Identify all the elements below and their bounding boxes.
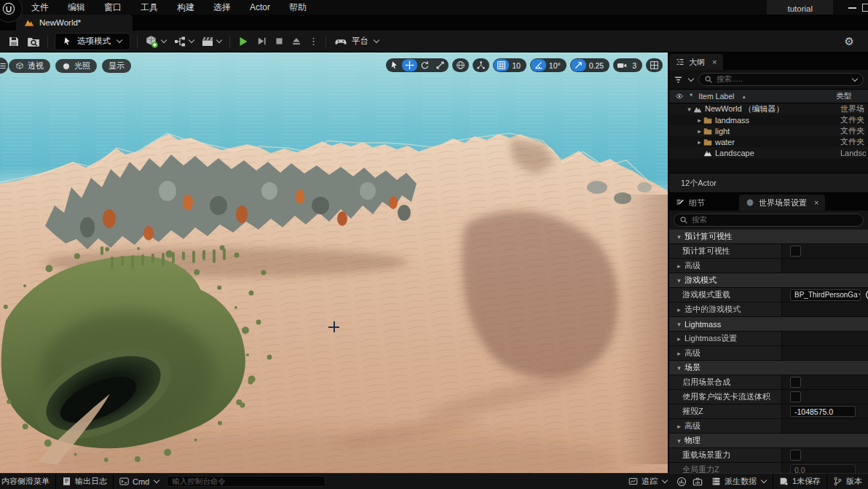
toolbar-settings-button[interactable]: ⚙ (841, 32, 858, 51)
group-toggle[interactable]: ▸高级 (669, 419, 782, 433)
select-tool-button[interactable] (387, 59, 402, 71)
play-button[interactable] (234, 32, 253, 51)
tree-arrow-icon[interactable]: ▾ (685, 106, 693, 113)
close-icon[interactable]: × (814, 198, 818, 207)
category-arrow-icon[interactable]: ▾ (675, 233, 683, 240)
menu-item-6[interactable]: Actor (240, 2, 280, 12)
cmd-selector[interactable]: Cmd (114, 474, 165, 489)
details-row-3[interactable]: ▾游戏模式 (669, 273, 868, 288)
trace-button[interactable]: 追踪 (623, 474, 674, 489)
browse-asset-icon[interactable] (865, 289, 868, 300)
outliner-search-input[interactable]: 搜索..... (698, 73, 864, 86)
outliner-row-1[interactable]: ▸landmass文件夹 (669, 114, 868, 125)
filter-icon[interactable] (674, 75, 683, 85)
grid-snap-toggle[interactable] (494, 59, 509, 71)
checkbox[interactable] (790, 391, 801, 402)
group-arrow-icon[interactable]: ▸ (675, 262, 683, 270)
outliner-row-3[interactable]: ▸water文件夹 (669, 136, 868, 147)
blueprints-button[interactable] (170, 32, 198, 51)
grid-snap-value[interactable]: 10 (509, 61, 526, 70)
output-log-button[interactable]: 输出日志 (56, 474, 113, 489)
platforms-button[interactable]: 平台 (330, 35, 384, 48)
console-command-input[interactable]: 输入控制台命令 (167, 476, 326, 487)
content-drawer-button[interactable]: 内容侧滑菜单 (0, 474, 55, 489)
menu-item-0[interactable]: 文件 (22, 1, 58, 14)
scale-tool-button[interactable] (433, 59, 448, 71)
group-toggle[interactable]: ▸高级 (669, 346, 782, 360)
group-arrow-icon[interactable]: ▸ (675, 423, 683, 430)
menu-item-3[interactable]: 工具 (131, 1, 167, 14)
tree-arrow-icon[interactable]: ▸ (695, 117, 703, 124)
level-viewport[interactable]: ☰ 透视 光照 显示 (0, 52, 668, 474)
rotation-snap-toggle[interactable] (531, 59, 546, 71)
menu-item-2[interactable]: 窗口 (95, 1, 131, 14)
group-arrow-icon[interactable]: ▸ (675, 350, 683, 357)
column-type-label[interactable]: 类型 (836, 91, 862, 101)
camera-speed-button[interactable] (614, 59, 629, 71)
outliner-row-0[interactable]: ▾NewWorld （编辑器）世界场 (669, 103, 868, 114)
tab-outliner[interactable]: 大纲 × (669, 54, 723, 70)
unsaved-files-button[interactable]: 1未保存 (773, 474, 826, 489)
group-toggle[interactable]: ▸高级 (669, 259, 782, 273)
level-tab[interactable]: NewWorld* (16, 15, 133, 31)
save-button[interactable] (4, 32, 23, 51)
play-options-button[interactable]: ⋮ (305, 32, 322, 51)
group-toggle[interactable]: ▸Lightmass设置 (669, 332, 782, 345)
cinematics-button[interactable] (198, 32, 226, 51)
world-coordinate-button[interactable] (453, 59, 468, 71)
menu-item-1[interactable]: 编辑 (58, 1, 95, 14)
category-arrow-icon[interactable]: ▾ (675, 364, 683, 372)
group-arrow-icon[interactable]: ▸ (675, 335, 683, 343)
group-toggle[interactable]: ▸选中的游戏模式 (669, 302, 782, 316)
eject-button[interactable] (288, 32, 305, 51)
maximize-button[interactable] (862, 4, 868, 12)
eye-icon[interactable] (675, 92, 684, 101)
category-arrow-icon[interactable]: ▾ (675, 277, 683, 284)
chevron-down-icon[interactable] (688, 75, 694, 81)
column-item-label[interactable]: Item Label (698, 92, 734, 101)
lit-mode-button[interactable]: 光照 (55, 59, 97, 73)
details-row-14[interactable]: ▾物理 (669, 434, 868, 448)
details-row-9[interactable]: ▾场景 (669, 361, 868, 375)
stop-button[interactable] (271, 32, 288, 51)
camera-speed-value[interactable]: 3 (629, 61, 642, 70)
tree-arrow-icon[interactable]: ▸ (695, 138, 703, 146)
content-browser-button[interactable] (23, 32, 44, 51)
revision-control-button[interactable]: 版本 (827, 474, 868, 489)
outliner-row-4[interactable]: LandscapeLandsc (669, 147, 868, 158)
details-search-input[interactable]: 搜索 (674, 214, 864, 227)
scale-snap-toggle[interactable] (571, 59, 586, 71)
details-row-6[interactable]: ▾Lightmass (669, 317, 868, 332)
checkbox[interactable] (790, 377, 801, 388)
minimize-button[interactable] (848, 7, 856, 9)
maximize-viewport-button[interactable] (647, 59, 662, 71)
close-icon[interactable]: × (712, 58, 717, 66)
perspective-button[interactable]: 透视 (9, 59, 50, 73)
details-row-0[interactable]: ▾预计算可视性 (669, 230, 868, 244)
checkbox[interactable] (790, 246, 801, 257)
rotation-snap-value[interactable]: 10° (546, 61, 566, 70)
tree-arrow-icon[interactable]: ▸ (695, 128, 703, 135)
surface-snap-button[interactable] (473, 59, 489, 71)
menu-item-5[interactable]: 选择 (204, 1, 240, 14)
outliner-row-2[interactable]: ▸light文件夹 (669, 125, 868, 136)
screenshot-button[interactable] (690, 474, 706, 489)
menu-item-4[interactable]: 构建 (167, 1, 204, 14)
add-actor-button[interactable] (141, 32, 170, 51)
value-input[interactable]: -1048575.0 (790, 406, 856, 417)
checkbox[interactable] (790, 450, 801, 461)
menu-item-7[interactable]: 帮助 (280, 1, 316, 14)
tab-details[interactable]: 细节 (669, 195, 711, 211)
group-arrow-icon[interactable]: ▸ (675, 306, 683, 313)
scale-snap-value[interactable]: 0.25 (586, 61, 609, 70)
gamemode-dropdown[interactable]: BP_ThirdPersonGa (790, 289, 861, 301)
rotate-tool-button[interactable] (417, 59, 433, 71)
category-arrow-icon[interactable]: ▾ (675, 437, 683, 445)
category-arrow-icon[interactable]: ▾ (675, 321, 683, 328)
editor-mode-select[interactable]: 选项模式 (55, 33, 130, 50)
chevron-down-icon[interactable] (852, 75, 858, 81)
tab-world-settings[interactable]: 世界场景设置 × (739, 195, 825, 211)
move-tool-button[interactable] (402, 59, 417, 71)
insights-button[interactable] (674, 474, 690, 489)
show-flags-button[interactable]: 显示 (102, 59, 131, 73)
